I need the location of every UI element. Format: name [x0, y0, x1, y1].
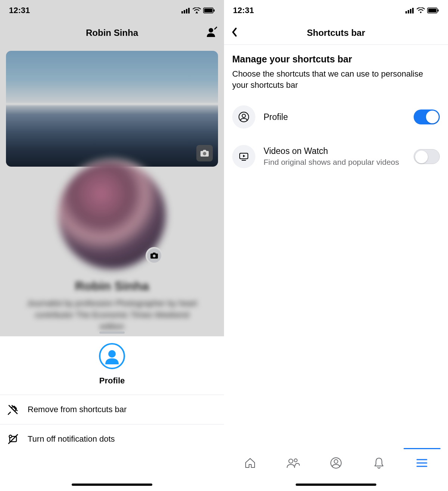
setting-title: Profile: [264, 112, 405, 122]
setting-title: Videos on Watch: [264, 146, 405, 156]
svg-point-28: [242, 114, 246, 118]
tab-menu[interactable]: [401, 450, 444, 476]
tab-profile[interactable]: [314, 450, 357, 476]
svg-point-34: [334, 460, 338, 463]
watch-icon-circle: [232, 145, 255, 168]
setting-row-profile[interactable]: Profile: [232, 97, 440, 137]
toggle-videos[interactable]: [414, 149, 440, 164]
svg-point-32: [294, 459, 297, 462]
svg-rect-26: [438, 9, 439, 12]
remove-shortcut-row[interactable]: Remove from shortcuts bar: [0, 395, 224, 424]
setting-row-videos[interactable]: Videos on Watch Find original shows and …: [232, 137, 440, 176]
home-indicator[interactable]: [72, 484, 152, 486]
notification-dots-label: Turn off notification dots: [28, 434, 115, 444]
profile-shortcut-icon: [99, 343, 125, 369]
toggle-profile[interactable]: [414, 109, 440, 124]
settings-body: Manage your shortcuts bar Choose the sho…: [224, 45, 448, 176]
watch-icon: [238, 151, 250, 163]
home-icon: [244, 457, 256, 469]
wifi-icon: [417, 7, 425, 13]
svg-point-31: [289, 459, 293, 463]
setting-description: Find original shows and popular videos: [264, 157, 405, 167]
notification-off-icon: [7, 433, 19, 445]
bottom-sheet: Profile Remove from shortcuts bar Turn o…: [0, 336, 224, 491]
remove-shortcut-label: Remove from shortcuts bar: [28, 405, 127, 414]
bottom-tabbar: [224, 450, 448, 476]
screen-shortcuts-settings: 12:31 Shortcuts bar Manage your shortcut…: [224, 0, 448, 491]
sheet-header: Profile: [0, 336, 224, 395]
tab-notifications[interactable]: [358, 450, 401, 476]
screen-profile: 12:31 Robin Sinha Robin Sinha Journalist…: [0, 0, 224, 491]
notification-dots-row[interactable]: Turn off notification dots: [0, 424, 224, 454]
page-title: Shortcuts bar: [307, 28, 365, 38]
person-circle-icon: [103, 347, 121, 365]
back-button[interactable]: [231, 27, 238, 39]
svg-point-23: [420, 12, 421, 13]
status-icons: [405, 7, 439, 13]
menu-icon: [416, 458, 427, 467]
status-time: 12:31: [233, 6, 254, 15]
tab-friends[interactable]: [271, 450, 314, 476]
sheet-handle[interactable]: [99, 331, 125, 334]
section-description: Choose the shortcuts that we can use to …: [232, 68, 440, 90]
sheet-title: Profile: [99, 376, 125, 386]
svg-point-17: [9, 435, 12, 438]
chevron-left-icon: [231, 27, 238, 37]
person-circle-icon: [330, 457, 342, 469]
svg-rect-21: [410, 9, 411, 13]
unpin-icon: [7, 403, 19, 416]
friends-icon: [286, 457, 300, 469]
home-indicator[interactable]: [296, 484, 376, 486]
status-bar: 12:31: [224, 0, 448, 21]
svg-rect-25: [428, 9, 436, 12]
svg-rect-19: [405, 11, 407, 13]
signal-icon: [405, 7, 414, 13]
person-icon: [238, 111, 250, 123]
bell-icon: [373, 457, 385, 469]
tab-home[interactable]: [228, 450, 271, 476]
settings-header: Shortcuts bar: [224, 21, 448, 45]
svg-rect-22: [412, 8, 414, 13]
svg-rect-20: [408, 10, 409, 13]
profile-icon-circle: [232, 105, 255, 129]
svg-point-14: [108, 350, 116, 358]
battery-icon: [427, 7, 439, 13]
section-heading: Manage your shortcuts bar: [232, 54, 440, 65]
